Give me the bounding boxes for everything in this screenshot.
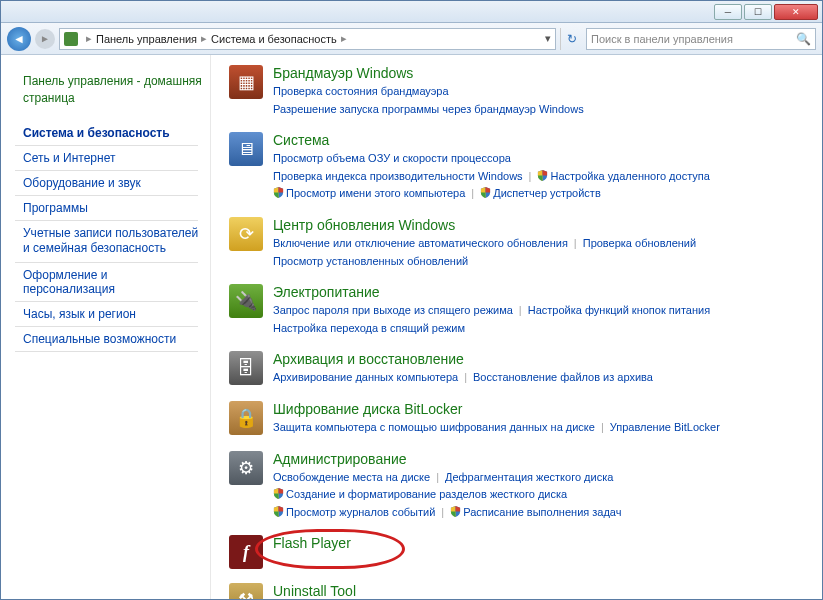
category-section: ▦Брандмауэр WindowsПроверка состояния бр… <box>229 65 812 118</box>
link-row: Просмотр имени этого компьютера|Диспетче… <box>273 185 812 203</box>
task-link[interactable]: Настройка удаленного доступа <box>550 170 709 182</box>
chevron-right-icon: ▸ <box>341 32 347 45</box>
search-placeholder: Поиск в панели управления <box>591 33 733 45</box>
sidebar-item[interactable]: Специальные возможности <box>23 327 202 351</box>
link-row: Защита компьютера с помощью шифрования д… <box>273 419 812 437</box>
chevron-right-icon: ▸ <box>201 32 207 45</box>
category-icon: f <box>229 535 263 569</box>
category-title[interactable]: Flash Player <box>273 535 812 551</box>
category-icon: 🖥 <box>229 132 263 166</box>
category-section: ⟳Центр обновления WindowsВключение или о… <box>229 217 812 270</box>
forward-button[interactable]: ► <box>35 29 55 49</box>
category-section: 🗄Архивация и восстановлениеАрхивирование… <box>229 351 812 387</box>
task-link[interactable]: Диспетчер устройств <box>493 187 601 199</box>
maximize-button[interactable]: ☐ <box>744 4 772 20</box>
sidebar-item[interactable]: Учетные записи пользователей и семейная … <box>23 221 202 262</box>
sidebar-item[interactable]: Сеть и Интернет <box>23 146 202 170</box>
shield-icon <box>450 506 461 517</box>
category-section: 🔒Шифрование диска BitLockerЗащита компью… <box>229 401 812 437</box>
task-link[interactable]: Просмотр имени этого компьютера <box>286 187 465 199</box>
search-icon: 🔍 <box>796 32 811 46</box>
category-section: fFlash Player <box>229 535 812 569</box>
breadcrumb-part[interactable]: Система и безопасность <box>211 33 337 45</box>
shield-icon <box>273 488 284 499</box>
link-row: Архивирование данных компьютера|Восстано… <box>273 369 812 387</box>
content-area: ▦Брандмауэр WindowsПроверка состояния бр… <box>211 55 822 600</box>
task-link[interactable]: Просмотр журналов событий <box>286 506 435 518</box>
link-row: Просмотр объема ОЗУ и скорости процессор… <box>273 150 812 168</box>
link-row: Настройка перехода в спящий режим <box>273 320 812 338</box>
link-row: Освобождение места на диске|Дефрагментац… <box>273 469 812 487</box>
refresh-button[interactable]: ↻ <box>560 28 582 50</box>
shield-icon <box>480 187 491 198</box>
task-link[interactable]: Просмотр объема ОЗУ и скорости процессор… <box>273 152 511 164</box>
link-row: Проверка состояния брандмауэра <box>273 83 812 101</box>
category-icon: ⟳ <box>229 217 263 251</box>
category-icon: 🗄 <box>229 351 263 385</box>
chevron-down-icon[interactable]: ▾ <box>545 32 551 45</box>
sidebar-item[interactable]: Оформление и персонализация <box>23 263 202 301</box>
task-link[interactable]: Проверка состояния брандмауэра <box>273 85 449 97</box>
category-section: ⚙АдминистрированиеОсвобождение места на … <box>229 451 812 522</box>
link-row: Запрос пароля при выходе из спящего режи… <box>273 302 812 320</box>
category-title[interactable]: Центр обновления Windows <box>273 217 812 233</box>
shield-icon <box>273 506 284 517</box>
category-title[interactable]: Администрирование <box>273 451 812 467</box>
close-button[interactable]: ✕ <box>774 4 818 20</box>
task-link[interactable]: Управление BitLocker <box>610 421 720 433</box>
task-link[interactable]: Запрос пароля при выходе из спящего режи… <box>273 304 513 316</box>
task-link[interactable]: Настройка перехода в спящий режим <box>273 322 465 334</box>
category-title[interactable]: Архивация и восстановление <box>273 351 812 367</box>
control-panel-icon <box>64 32 78 46</box>
link-row: Включение или отключение автоматического… <box>273 235 812 253</box>
category-title[interactable]: Uninstall Tool <box>273 583 812 599</box>
shield-icon <box>537 170 548 181</box>
titlebar: ─ ☐ ✕ <box>1 1 822 23</box>
link-row: Создание и форматирование разделов жестк… <box>273 486 812 504</box>
sidebar-item[interactable]: Оборудование и звук <box>23 171 202 195</box>
sidebar-item[interactable]: Часы, язык и регион <box>23 302 202 326</box>
link-row: Просмотр установленных обновлений <box>273 253 812 271</box>
category-title[interactable]: Шифрование диска BitLocker <box>273 401 812 417</box>
task-link[interactable]: Восстановление файлов из архива <box>473 371 653 383</box>
task-link[interactable]: Проверка индекса производительности Wind… <box>273 170 523 182</box>
category-title[interactable]: Электропитание <box>273 284 812 300</box>
link-row: Разрешение запуска программы через бранд… <box>273 101 812 119</box>
category-icon: ⚙ <box>229 451 263 485</box>
task-link[interactable]: Архивирование данных компьютера <box>273 371 458 383</box>
category-icon: ⚒ <box>229 583 263 600</box>
task-link[interactable]: Проверка обновлений <box>583 237 696 249</box>
search-input[interactable]: Поиск в панели управления 🔍 <box>586 28 816 50</box>
category-icon: 🔒 <box>229 401 263 435</box>
category-section: 🖥СистемаПросмотр объема ОЗУ и скорости п… <box>229 132 812 203</box>
task-link[interactable]: Создание и форматирование разделов жестк… <box>286 488 567 500</box>
chevron-right-icon: ▸ <box>86 32 92 45</box>
sidebar: Панель управления - домашняя страница Си… <box>1 55 211 600</box>
category-section: ⚒Uninstall Tool <box>229 583 812 600</box>
shield-icon <box>273 187 284 198</box>
breadcrumb[interactable]: ▸ Панель управления ▸ Система и безопасн… <box>59 28 556 50</box>
task-link[interactable]: Настройка функций кнопок питания <box>528 304 710 316</box>
breadcrumb-part[interactable]: Панель управления <box>96 33 197 45</box>
category-section: 🔌ЭлектропитаниеЗапрос пароля при выходе … <box>229 284 812 337</box>
task-link[interactable]: Разрешение запуска программы через бранд… <box>273 103 584 115</box>
category-title[interactable]: Брандмауэр Windows <box>273 65 812 81</box>
sidebar-home[interactable]: Панель управления - домашняя страница <box>23 73 202 107</box>
task-link[interactable]: Защита компьютера с помощью шифрования д… <box>273 421 595 433</box>
category-icon: ▦ <box>229 65 263 99</box>
category-icon: 🔌 <box>229 284 263 318</box>
task-link[interactable]: Дефрагментация жесткого диска <box>445 471 613 483</box>
task-link[interactable]: Освобождение места на диске <box>273 471 430 483</box>
sidebar-item[interactable]: Программы <box>23 196 202 220</box>
navbar: ◄ ► ▸ Панель управления ▸ Система и безо… <box>1 23 822 55</box>
link-row: Просмотр журналов событий|Расписание вып… <box>273 504 812 522</box>
back-button[interactable]: ◄ <box>7 27 31 51</box>
link-row: Проверка индекса производительности Wind… <box>273 168 812 186</box>
minimize-button[interactable]: ─ <box>714 4 742 20</box>
task-link[interactable]: Включение или отключение автоматического… <box>273 237 568 249</box>
task-link[interactable]: Просмотр установленных обновлений <box>273 255 468 267</box>
sidebar-item[interactable]: Система и безопасность <box>23 121 202 145</box>
category-title[interactable]: Система <box>273 132 812 148</box>
task-link[interactable]: Расписание выполнения задач <box>463 506 621 518</box>
